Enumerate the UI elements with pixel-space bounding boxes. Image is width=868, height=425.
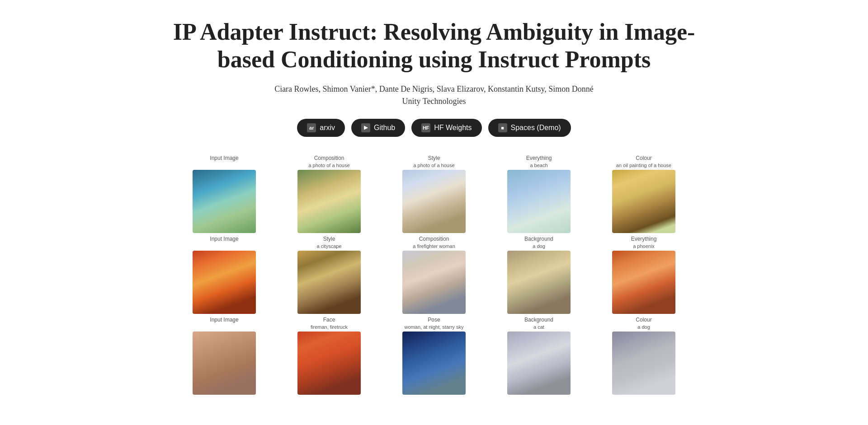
col-subheader-1-5: an oil painting of a house [616,163,671,168]
grid-row-3: Input Image Face fireman, firetruck Pose… [172,317,696,395]
grid-image-3-4 [507,332,571,395]
github-button[interactable]: ▶ Github [351,119,405,137]
grid-image-2-5 [612,251,675,314]
grid-image-2-2 [297,251,361,314]
grid-image-1-5 [612,170,675,233]
col-header-1-3: Style [428,155,440,161]
title-section: IP Adapter Instruct: Resolving Ambiguity… [172,18,696,137]
grid-image-1-1 [193,170,256,233]
col-subheader-1-4: a beach [530,163,547,168]
col-header-2-2: Style [323,236,335,242]
grid-row-2: Input Image Style a cityscape Compositio… [172,236,696,314]
grid-image-3-5 [612,332,675,395]
grid-col-2-1: Input Image [172,236,277,314]
grid-row-1: Input Image Composition a photo of a hou… [172,155,696,233]
col-subheader-2-5: a phoenix [633,243,655,249]
grid-col-1-2: Composition a photo of a house [277,155,382,233]
col-header-3-3: Pose [428,317,440,323]
affiliation-text: Unity Technologies [172,97,696,106]
arxiv-icon: ar [307,123,316,132]
grid-col-3-1: Input Image [172,317,277,395]
spaces-icon: ■ [498,123,507,132]
col-subheader-1-2: a photo of a house [308,163,349,168]
grid-col-3-2: Face fireman, firetruck [277,317,382,395]
grid-col-2-2: Style a cityscape [277,236,382,314]
grid-image-3-3 [402,332,466,395]
grid-image-1-2 [297,170,361,233]
grid-col-2-5: Everything a phoenix [591,236,696,314]
col-header-3-4: Background [524,317,553,323]
spaces-demo-button[interactable]: ■ Spaces (Demo) [488,119,571,137]
col-header-1-2: Composition [314,155,344,161]
grid-image-1-3 [402,170,466,233]
col-header-2-4: Background [524,236,553,242]
github-label: Github [374,124,395,132]
col-subheader-2-2: a cityscape [316,243,341,249]
col-header-3-5: Colour [636,317,651,323]
col-header-1-5: Colour [636,155,651,161]
col-subheader-3-5: a dog [637,324,650,330]
col-subheader-1-3: a photo of a house [413,163,454,168]
action-buttons-row: ar arxiv ▶ Github HF HF Weights ■ Spaces… [172,119,696,137]
col-header-2-5: Everything [631,236,657,242]
grid-col-1-1: Input Image [172,155,277,233]
col-header-2-1: Input Image [210,236,238,242]
col-header-2-3: Composition [419,236,449,242]
grid-image-3-1 [193,332,256,395]
col-header-1-1: Input Image [210,155,238,161]
page-title: IP Adapter Instruct: Resolving Ambiguity… [172,18,696,74]
grid-image-1-4 [507,170,571,233]
grid-col-3-4: Background a cat [486,317,591,395]
col-subheader-3-2: fireman, firetruck [311,324,348,330]
arxiv-button[interactable]: ar arxiv [297,119,345,137]
grid-image-2-4 [507,251,571,314]
image-grid: Input Image Composition a photo of a hou… [172,155,696,395]
col-subheader-2-3: a firefighter woman [413,243,455,249]
col-subheader-2-4: a dog [533,243,545,249]
grid-col-3-5: Colour a dog [591,317,696,395]
col-subheader-1-1 [223,163,225,168]
authors-text: Ciara Rowles, Shimon Vanier*, Dante De N… [172,84,696,94]
arxiv-label: arxiv [320,124,335,132]
grid-col-1-3: Style a photo of a house [382,155,486,233]
hf-weights-button[interactable]: HF HF Weights [411,119,481,137]
spaces-label: Spaces (Demo) [511,124,561,132]
grid-col-1-5: Colour an oil painting of a house [591,155,696,233]
col-header-3-2: Face [323,317,335,323]
grid-image-2-1 [193,251,256,314]
grid-col-2-4: Background a dog [486,236,591,314]
col-header-3-1: Input Image [210,317,238,323]
col-subheader-2-1 [223,243,225,249]
col-header-1-4: Everything [526,155,552,161]
grid-col-3-3: Pose woman, at night, starry sky [382,317,486,395]
col-subheader-3-1 [223,324,225,330]
grid-image-3-2 [297,332,361,395]
grid-col-1-4: Everything a beach [486,155,591,233]
col-subheader-3-3: woman, at night, starry sky [405,324,464,330]
grid-image-2-3 [402,251,466,314]
hf-label: HF Weights [434,124,472,132]
grid-col-2-3: Composition a firefighter woman [382,236,486,314]
col-subheader-3-4: a cat [533,324,544,330]
github-icon: ▶ [361,123,370,132]
hf-icon: HF [421,123,430,132]
